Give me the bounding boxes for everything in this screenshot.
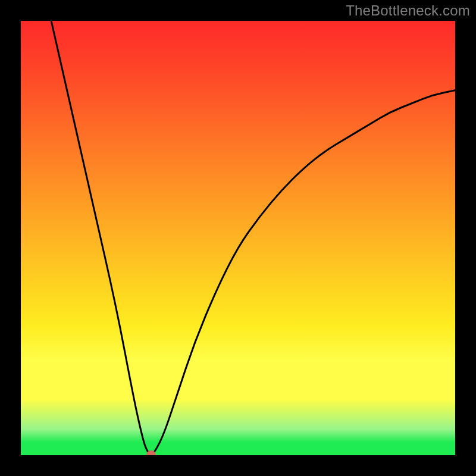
bottleneck-curve bbox=[21, 21, 455, 455]
curve-line bbox=[51, 21, 455, 454]
plot-area bbox=[21, 21, 455, 455]
watermark-text: TheBottleneck.com bbox=[346, 2, 470, 19]
